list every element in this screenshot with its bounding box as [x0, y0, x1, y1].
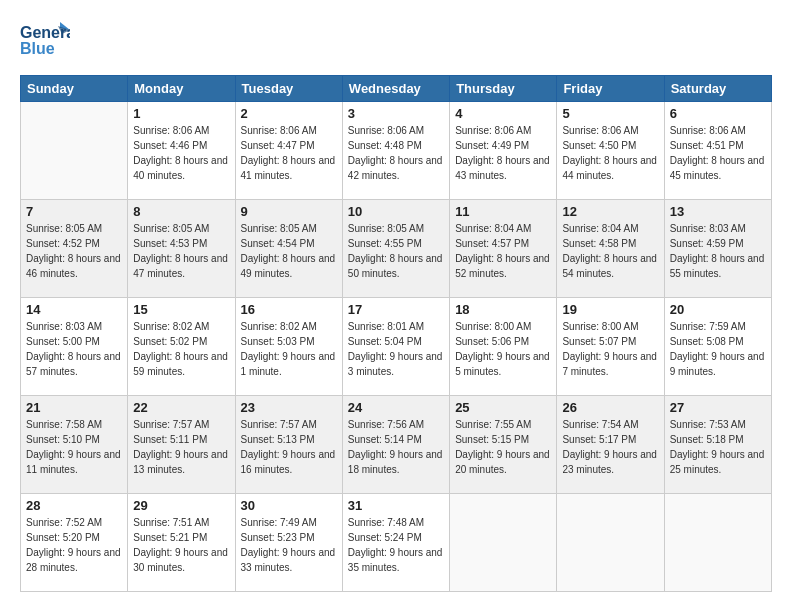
day-info: Sunrise: 7:52 AMSunset: 5:20 PMDaylight:… [26, 515, 122, 575]
day-number: 7 [26, 204, 122, 219]
day-info: Sunrise: 8:05 AMSunset: 4:55 PMDaylight:… [348, 221, 444, 281]
day-cell: 29Sunrise: 7:51 AMSunset: 5:21 PMDayligh… [128, 494, 235, 592]
day-cell: 15Sunrise: 8:02 AMSunset: 5:02 PMDayligh… [128, 298, 235, 396]
day-number: 10 [348, 204, 444, 219]
day-info: Sunrise: 8:05 AMSunset: 4:53 PMDaylight:… [133, 221, 229, 281]
day-header: Saturday [664, 76, 771, 102]
calendar-table: SundayMondayTuesdayWednesdayThursdayFrid… [20, 75, 772, 592]
day-info: Sunrise: 7:49 AMSunset: 5:23 PMDaylight:… [241, 515, 337, 575]
day-number: 31 [348, 498, 444, 513]
day-header: Monday [128, 76, 235, 102]
day-header: Wednesday [342, 76, 449, 102]
day-number: 13 [670, 204, 766, 219]
day-info: Sunrise: 7:57 AMSunset: 5:13 PMDaylight:… [241, 417, 337, 477]
day-cell [21, 102, 128, 200]
day-cell: 4Sunrise: 8:06 AMSunset: 4:49 PMDaylight… [450, 102, 557, 200]
day-number: 15 [133, 302, 229, 317]
day-header: Thursday [450, 76, 557, 102]
day-cell: 9Sunrise: 8:05 AMSunset: 4:54 PMDaylight… [235, 200, 342, 298]
svg-text:Blue: Blue [20, 40, 55, 57]
day-cell: 5Sunrise: 8:06 AMSunset: 4:50 PMDaylight… [557, 102, 664, 200]
day-number: 3 [348, 106, 444, 121]
day-number: 26 [562, 400, 658, 415]
day-cell: 14Sunrise: 8:03 AMSunset: 5:00 PMDayligh… [21, 298, 128, 396]
day-cell [557, 494, 664, 592]
day-cell: 20Sunrise: 7:59 AMSunset: 5:08 PMDayligh… [664, 298, 771, 396]
day-info: Sunrise: 8:06 AMSunset: 4:49 PMDaylight:… [455, 123, 551, 183]
week-row: 21Sunrise: 7:58 AMSunset: 5:10 PMDayligh… [21, 396, 772, 494]
day-cell: 21Sunrise: 7:58 AMSunset: 5:10 PMDayligh… [21, 396, 128, 494]
day-cell: 16Sunrise: 8:02 AMSunset: 5:03 PMDayligh… [235, 298, 342, 396]
day-info: Sunrise: 8:04 AMSunset: 4:57 PMDaylight:… [455, 221, 551, 281]
day-header: Sunday [21, 76, 128, 102]
day-info: Sunrise: 8:02 AMSunset: 5:03 PMDaylight:… [241, 319, 337, 379]
day-cell [450, 494, 557, 592]
day-cell: 31Sunrise: 7:48 AMSunset: 5:24 PMDayligh… [342, 494, 449, 592]
day-cell: 22Sunrise: 7:57 AMSunset: 5:11 PMDayligh… [128, 396, 235, 494]
day-number: 4 [455, 106, 551, 121]
day-cell: 25Sunrise: 7:55 AMSunset: 5:15 PMDayligh… [450, 396, 557, 494]
day-number: 16 [241, 302, 337, 317]
day-info: Sunrise: 7:55 AMSunset: 5:15 PMDaylight:… [455, 417, 551, 477]
day-number: 6 [670, 106, 766, 121]
day-cell: 19Sunrise: 8:00 AMSunset: 5:07 PMDayligh… [557, 298, 664, 396]
logo-icon: General Blue [20, 20, 70, 63]
day-cell: 24Sunrise: 7:56 AMSunset: 5:14 PMDayligh… [342, 396, 449, 494]
day-info: Sunrise: 8:03 AMSunset: 4:59 PMDaylight:… [670, 221, 766, 281]
header: General Blue [20, 20, 772, 63]
day-info: Sunrise: 8:06 AMSunset: 4:47 PMDaylight:… [241, 123, 337, 183]
day-cell: 2Sunrise: 8:06 AMSunset: 4:47 PMDaylight… [235, 102, 342, 200]
day-cell: 11Sunrise: 8:04 AMSunset: 4:57 PMDayligh… [450, 200, 557, 298]
day-number: 11 [455, 204, 551, 219]
page: General Blue SundayMondayTuesdayWednesda… [0, 0, 792, 612]
day-info: Sunrise: 7:53 AMSunset: 5:18 PMDaylight:… [670, 417, 766, 477]
day-number: 8 [133, 204, 229, 219]
day-info: Sunrise: 8:00 AMSunset: 5:07 PMDaylight:… [562, 319, 658, 379]
day-info: Sunrise: 7:56 AMSunset: 5:14 PMDaylight:… [348, 417, 444, 477]
header-row: SundayMondayTuesdayWednesdayThursdayFrid… [21, 76, 772, 102]
week-row: 14Sunrise: 8:03 AMSunset: 5:00 PMDayligh… [21, 298, 772, 396]
day-number: 18 [455, 302, 551, 317]
day-number: 5 [562, 106, 658, 121]
day-info: Sunrise: 8:06 AMSunset: 4:46 PMDaylight:… [133, 123, 229, 183]
day-info: Sunrise: 7:54 AMSunset: 5:17 PMDaylight:… [562, 417, 658, 477]
day-number: 29 [133, 498, 229, 513]
day-cell: 17Sunrise: 8:01 AMSunset: 5:04 PMDayligh… [342, 298, 449, 396]
day-number: 30 [241, 498, 337, 513]
day-info: Sunrise: 8:03 AMSunset: 5:00 PMDaylight:… [26, 319, 122, 379]
day-info: Sunrise: 8:04 AMSunset: 4:58 PMDaylight:… [562, 221, 658, 281]
day-cell: 1Sunrise: 8:06 AMSunset: 4:46 PMDaylight… [128, 102, 235, 200]
day-info: Sunrise: 8:00 AMSunset: 5:06 PMDaylight:… [455, 319, 551, 379]
day-info: Sunrise: 7:59 AMSunset: 5:08 PMDaylight:… [670, 319, 766, 379]
day-cell: 6Sunrise: 8:06 AMSunset: 4:51 PMDaylight… [664, 102, 771, 200]
day-number: 20 [670, 302, 766, 317]
week-row: 7Sunrise: 8:05 AMSunset: 4:52 PMDaylight… [21, 200, 772, 298]
day-info: Sunrise: 8:06 AMSunset: 4:48 PMDaylight:… [348, 123, 444, 183]
day-cell: 23Sunrise: 7:57 AMSunset: 5:13 PMDayligh… [235, 396, 342, 494]
day-info: Sunrise: 7:48 AMSunset: 5:24 PMDaylight:… [348, 515, 444, 575]
day-info: Sunrise: 8:06 AMSunset: 4:50 PMDaylight:… [562, 123, 658, 183]
day-cell: 27Sunrise: 7:53 AMSunset: 5:18 PMDayligh… [664, 396, 771, 494]
day-number: 23 [241, 400, 337, 415]
day-number: 22 [133, 400, 229, 415]
day-number: 28 [26, 498, 122, 513]
day-header: Tuesday [235, 76, 342, 102]
day-number: 27 [670, 400, 766, 415]
day-header: Friday [557, 76, 664, 102]
day-number: 14 [26, 302, 122, 317]
day-cell: 30Sunrise: 7:49 AMSunset: 5:23 PMDayligh… [235, 494, 342, 592]
week-row: 1Sunrise: 8:06 AMSunset: 4:46 PMDaylight… [21, 102, 772, 200]
week-row: 28Sunrise: 7:52 AMSunset: 5:20 PMDayligh… [21, 494, 772, 592]
day-cell: 28Sunrise: 7:52 AMSunset: 5:20 PMDayligh… [21, 494, 128, 592]
day-number: 2 [241, 106, 337, 121]
logo: General Blue [20, 20, 70, 63]
day-info: Sunrise: 8:01 AMSunset: 5:04 PMDaylight:… [348, 319, 444, 379]
day-info: Sunrise: 8:06 AMSunset: 4:51 PMDaylight:… [670, 123, 766, 183]
day-info: Sunrise: 8:02 AMSunset: 5:02 PMDaylight:… [133, 319, 229, 379]
day-cell: 13Sunrise: 8:03 AMSunset: 4:59 PMDayligh… [664, 200, 771, 298]
day-number: 9 [241, 204, 337, 219]
day-cell: 10Sunrise: 8:05 AMSunset: 4:55 PMDayligh… [342, 200, 449, 298]
day-number: 12 [562, 204, 658, 219]
day-info: Sunrise: 8:05 AMSunset: 4:52 PMDaylight:… [26, 221, 122, 281]
day-number: 17 [348, 302, 444, 317]
